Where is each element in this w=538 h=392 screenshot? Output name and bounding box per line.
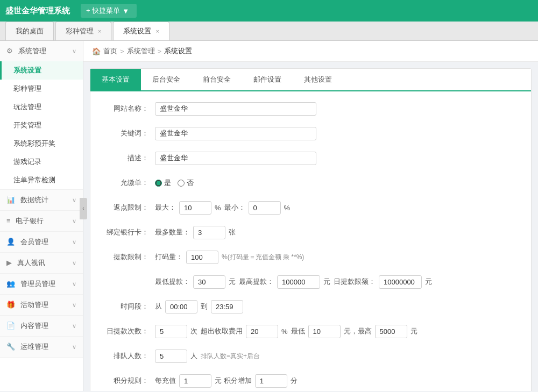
- sidebar-item-draw-manage[interactable]: 开奖管理: [0, 116, 83, 134]
- keywords-input[interactable]: [155, 127, 316, 140]
- tab-system-settings-label: 系统设置: [123, 26, 151, 36]
- withdraw-daily-unit: 元: [425, 277, 432, 287]
- keywords-label: 关键词：: [101, 129, 155, 138]
- daily-times-label: 日提款次数：: [101, 326, 155, 336]
- tab-system-settings-close[interactable]: ×: [155, 28, 159, 34]
- withdraw-min-input[interactable]: [193, 275, 225, 289]
- tab-backend-security[interactable]: 后台安全: [141, 69, 192, 90]
- sidebar-section-ops: 🔧 运维管理 ∨: [0, 337, 83, 358]
- withdraw-max-text: 最高提款：: [239, 277, 274, 287]
- allow-single-no-label: 否: [187, 178, 194, 188]
- layout: ⚙ 系统管理 ∨ 系统设置 彩种管理 玩法管理 开奖管理 系统彩预开奖 游戏记录…: [0, 41, 538, 391]
- breadcrumb-sep2: >: [158, 47, 162, 55]
- tab-system-settings[interactable]: 系统设置 ×: [113, 22, 169, 40]
- daily-times-value: 次 超出收取费用 % 最低 元，最高 元: [155, 325, 520, 338]
- sidebar-header-data[interactable]: 📊 数据统计 ∨: [0, 190, 83, 210]
- ops-chevron: ∨: [72, 344, 76, 351]
- allow-single-yes-radio[interactable]: [155, 180, 162, 187]
- sidebar-header-member[interactable]: 👤 会员管理 ∨: [0, 232, 83, 252]
- form-row-keywords: 关键词：: [101, 125, 520, 142]
- sidebar-header-activity[interactable]: 🎁 活动管理 ∨: [0, 295, 83, 315]
- daily-fee-input[interactable]: [246, 325, 278, 338]
- time-to-input[interactable]: [211, 300, 243, 313]
- tab-other-settings[interactable]: 其他设置: [293, 69, 343, 90]
- daily-fee-min-input[interactable]: [308, 325, 341, 338]
- allow-single-no-item[interactable]: 否: [178, 178, 194, 188]
- data-icon: 📊: [6, 196, 15, 204]
- sidebar-section-content: 📄 内容管理 ∨: [0, 316, 83, 337]
- withdraw-daily-text: 日提款限额：: [334, 277, 376, 287]
- withdraw-daily-input[interactable]: [379, 275, 422, 289]
- time-to-text: 到: [201, 302, 208, 311]
- allow-single-no-radio[interactable]: [178, 180, 185, 187]
- tab-lottery-close[interactable]: ×: [98, 28, 101, 34]
- daily-times-input[interactable]: [155, 325, 187, 338]
- points-recharge-input[interactable]: [179, 374, 211, 388]
- bank-chevron: ∨: [72, 218, 76, 225]
- site-name-value: [155, 102, 520, 116]
- withdraw-code-input[interactable]: [186, 251, 218, 264]
- form-row-description: 描述：: [101, 149, 520, 167]
- daily-fee-max-input[interactable]: [375, 325, 407, 338]
- time-range-value: 从 到: [155, 300, 520, 313]
- rebate-label: 返点限制：: [101, 203, 155, 212]
- tab-email-settings[interactable]: 邮件设置: [242, 69, 293, 90]
- site-name-input[interactable]: [155, 102, 316, 116]
- bank-card-input[interactable]: [193, 226, 225, 239]
- bank-card-value: 最多数量： 张: [155, 226, 520, 239]
- sidebar-activity-label: 活动管理: [20, 301, 48, 309]
- form-row-points: 积分规则： 每充值 元 积分增加 分: [101, 372, 520, 389]
- daily-fee-min-text: 最低: [291, 326, 305, 336]
- rebate-min-input[interactable]: [249, 201, 281, 215]
- breadcrumb-sep1: >: [120, 47, 124, 55]
- sidebar-item-pre-draw[interactable]: 系统彩预开奖: [0, 134, 83, 153]
- time-from-text: 从: [155, 302, 162, 311]
- bank-icon: ≡: [6, 217, 11, 225]
- sidebar-item-system-settings[interactable]: 系统设置: [0, 61, 83, 80]
- app-title: 盛世金华管理系统: [5, 6, 70, 16]
- data-chevron: ∨: [72, 197, 76, 204]
- sidebar-header-admin[interactable]: 👥 管理员管理 ∨: [0, 274, 83, 294]
- quick-menu[interactable]: + 快捷菜单 ▼: [81, 4, 137, 18]
- sidebar-header-ops[interactable]: 🔧 运维管理 ∨: [0, 337, 83, 357]
- points-add-unit: 分: [291, 376, 298, 386]
- allow-single-yes-item[interactable]: 是: [155, 178, 171, 188]
- form-row-bank-card: 绑定银行卡： 最多数量： 张: [101, 224, 520, 241]
- breadcrumb-home[interactable]: 首页: [103, 46, 117, 56]
- tab-frontend-security[interactable]: 前台安全: [192, 69, 242, 90]
- sidebar-header-live[interactable]: ▶ 真人视讯 ∨: [0, 253, 83, 273]
- time-from-input[interactable]: [165, 300, 197, 313]
- tab-desktop[interactable]: 我的桌面: [5, 22, 54, 40]
- queue-input[interactable]: [155, 350, 187, 363]
- points-label: 积分规则：: [101, 376, 155, 386]
- sidebar-section-live: ▶ 真人视讯 ∨: [0, 253, 83, 274]
- sidebar-header-content[interactable]: 📄 内容管理 ∨: [0, 316, 83, 336]
- form-row-allow-single: 允缴单： 是 否: [101, 174, 520, 191]
- admin-icon: 👥: [6, 280, 15, 288]
- sidebar-item-play-manage[interactable]: 玩法管理: [0, 98, 83, 116]
- activity-chevron: ∨: [72, 302, 76, 309]
- rebate-value: 最大： % 最小： %: [155, 201, 520, 215]
- withdraw-max-input[interactable]: [277, 275, 320, 289]
- withdraw-value: 打码量： %(打码量＝充值金额 乘 **%): [155, 251, 520, 264]
- form-area: 网站名称： 关键词： 描述：: [90, 91, 531, 391]
- points-add-input[interactable]: [255, 374, 287, 388]
- sidebar-item-lottery-manage[interactable]: 彩种管理: [0, 80, 83, 98]
- rebate-percent1: %: [215, 204, 221, 212]
- sidebar-header-bank[interactable]: ≡ 电子银行 ∨: [0, 211, 83, 231]
- breadcrumb-mid[interactable]: 系统管理: [127, 46, 155, 56]
- withdraw-code-hint: %(打码量＝充值金额 乘 **%): [222, 253, 304, 262]
- sidebar-member-label: 会员管理: [20, 238, 48, 246]
- rebate-max-input[interactable]: [179, 201, 211, 215]
- member-chevron: ∨: [72, 239, 76, 246]
- tab-lottery[interactable]: 彩种管理 ×: [55, 22, 111, 40]
- main-content: 🏠 首页 > 系统管理 > 系统设置 基本设置 后台安全 前台安全 邮件设置 其…: [83, 41, 538, 391]
- tab-basic-settings[interactable]: 基本设置: [90, 69, 141, 90]
- sidebar-collapse-btn[interactable]: ‹: [80, 198, 87, 219]
- site-name-label: 网站名称：: [101, 104, 155, 113]
- description-input[interactable]: [155, 152, 316, 165]
- content-chevron: ∨: [72, 323, 76, 330]
- sidebar-item-game-records[interactable]: 游戏记录: [0, 153, 83, 171]
- sidebar-item-anomaly[interactable]: 注单异常检测: [0, 171, 83, 189]
- sidebar-header-system[interactable]: ⚙ 系统管理 ∨: [0, 41, 83, 61]
